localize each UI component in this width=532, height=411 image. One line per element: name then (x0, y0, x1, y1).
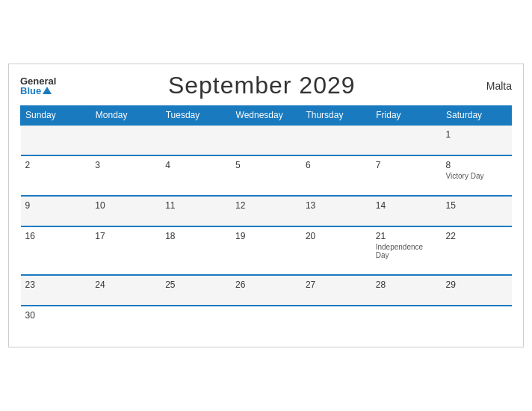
calendar-cell: 1 (442, 125, 512, 155)
calendar-week-row: 161718192021Independence Day22 (21, 226, 512, 275)
calendar-cell: 23 (21, 275, 91, 306)
day-number: 5 (235, 160, 241, 170)
day-number: 28 (376, 279, 386, 290)
calendar-cell (442, 306, 512, 336)
calendar-cell: 10 (90, 196, 161, 226)
day-number: 14 (376, 200, 386, 211)
calendar-week-row: 9101112131415 (21, 196, 512, 226)
day-number: 21 (376, 231, 386, 241)
calendar-cell: 21Independence Day (371, 226, 442, 275)
holiday-name: Independence Day (376, 243, 437, 259)
calendar-cell (301, 125, 371, 155)
weekday-header-monday: Monday (90, 106, 161, 126)
calendar-header: General Blue September 2029 Malta (20, 72, 512, 99)
day-number: 16 (25, 231, 35, 241)
holiday-name: Victory Day (446, 172, 507, 180)
calendar-cell (301, 306, 371, 336)
calendar-cell: 26 (231, 275, 301, 306)
calendar-cell: 13 (301, 196, 371, 226)
day-number: 20 (306, 231, 315, 241)
calendar-cell: 8Victory Day (442, 155, 512, 196)
calendar-cell: 27 (301, 275, 371, 306)
calendar-cell (90, 306, 161, 336)
day-number: 1 (446, 129, 451, 140)
day-number: 6 (306, 160, 311, 170)
calendar-cell: 2 (21, 155, 91, 196)
calendar-cell (371, 306, 442, 336)
calendar-cell: 28 (371, 275, 442, 306)
calendar-cell: 19 (231, 226, 301, 275)
calendar-cell (161, 125, 231, 155)
calendar-week-row: 2345678Victory Day (21, 155, 512, 196)
logo-triangle-icon (43, 87, 52, 94)
logo: General Blue (20, 76, 56, 96)
calendar-cell (231, 306, 301, 336)
day-number: 24 (95, 279, 105, 290)
calendar-cell: 30 (21, 306, 91, 336)
day-number: 26 (235, 279, 245, 290)
day-number: 11 (165, 200, 175, 211)
day-number: 19 (235, 231, 245, 241)
calendar-week-row: 30 (21, 306, 512, 336)
day-number: 27 (306, 279, 315, 290)
calendar-body: 12345678Victory Day910111213141516171819… (21, 125, 512, 336)
calendar-cell: 5 (231, 155, 301, 196)
day-number: 7 (376, 160, 381, 170)
calendar-cell: 7 (371, 155, 442, 196)
calendar-cell: 12 (231, 196, 301, 226)
day-number: 8 (446, 160, 451, 170)
calendar-cell (21, 125, 91, 155)
weekday-header-wednesday: Wednesday (231, 106, 301, 126)
day-number: 2 (25, 160, 31, 170)
day-number: 13 (306, 200, 315, 211)
day-number: 10 (95, 200, 105, 211)
calendar-cell: 17 (90, 226, 161, 275)
calendar-cell: 3 (90, 155, 161, 196)
calendar-cell: 9 (21, 196, 91, 226)
calendar-container: General Blue September 2029 Malta Sunday… (8, 64, 524, 347)
calendar-cell (371, 125, 442, 155)
day-number: 30 (25, 310, 35, 321)
calendar-cell: 16 (21, 226, 91, 275)
calendar-cell (90, 125, 161, 155)
calendar-cell: 4 (161, 155, 231, 196)
calendar-cell: 18 (161, 226, 231, 275)
weekday-header-saturday: Saturday (442, 106, 512, 126)
day-number: 29 (446, 279, 456, 290)
calendar-table: SundayMondayTuesdayWednesdayThursdayFrid… (20, 105, 512, 336)
calendar-cell (231, 125, 301, 155)
day-number: 23 (25, 279, 35, 290)
day-number: 22 (446, 231, 456, 241)
country-label: Malta (467, 80, 512, 92)
day-number: 25 (165, 279, 175, 290)
calendar-header-row: SundayMondayTuesdayWednesdayThursdayFrid… (21, 106, 512, 126)
calendar-week-row: 1 (21, 125, 512, 155)
day-number: 4 (165, 160, 170, 170)
calendar-cell: 14 (371, 196, 442, 226)
day-number: 3 (95, 160, 100, 170)
logo-general-text: General (20, 76, 56, 86)
logo-blue-text: Blue (20, 86, 41, 96)
day-number: 17 (95, 231, 105, 241)
calendar-cell: 6 (301, 155, 371, 196)
calendar-cell: 24 (90, 275, 161, 306)
day-number: 18 (165, 231, 175, 241)
day-number: 12 (235, 200, 245, 211)
day-number: 9 (25, 200, 31, 211)
day-number: 15 (446, 200, 456, 211)
weekday-header-tuesday: Tuesday (161, 106, 231, 126)
weekday-header-friday: Friday (371, 106, 442, 126)
month-title: September 2029 (168, 72, 356, 99)
calendar-week-row: 23242526272829 (21, 275, 512, 306)
calendar-cell: 25 (161, 275, 231, 306)
calendar-cell: 22 (442, 226, 512, 275)
weekday-header-sunday: Sunday (21, 106, 91, 126)
calendar-cell: 15 (442, 196, 512, 226)
calendar-cell: 20 (301, 226, 371, 275)
calendar-cell: 29 (442, 275, 512, 306)
calendar-cell (161, 306, 231, 336)
weekday-header-thursday: Thursday (301, 106, 371, 126)
calendar-cell: 11 (161, 196, 231, 226)
